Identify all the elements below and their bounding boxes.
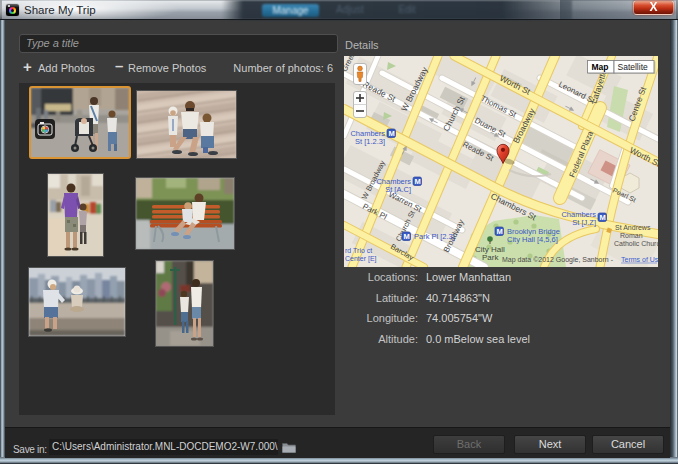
svg-text:Roman: Roman (620, 232, 643, 239)
svg-text:M: M (388, 129, 394, 138)
svg-text:Center [E]: Center [E] (345, 255, 377, 263)
svg-text:M: M (414, 177, 420, 186)
svg-text:M: M (599, 213, 605, 222)
svg-text:Catholic Churc: Catholic Churc (614, 240, 658, 247)
svg-text:Satellite: Satellite (618, 62, 649, 72)
svg-text:St Andrews: St Andrews (615, 224, 651, 231)
svg-text:Map: Map (592, 62, 609, 72)
svg-text:City Hall [4,5,6]: City Hall [4,5,6] (507, 235, 558, 244)
svg-text:St [J.Z]: St [J.Z] (572, 218, 596, 227)
svg-text:Terms of Use: Terms of Use (621, 256, 658, 263)
svg-text:Map data ©2012 Google, Sanborn: Map data ©2012 Google, Sanborn - (502, 256, 614, 264)
svg-text:rd Trio ct: rd Trio ct (345, 247, 372, 254)
svg-text:Park: Park (482, 253, 499, 262)
svg-text:Park Pl [2.3]: Park Pl [2.3] (414, 232, 455, 241)
svg-text:M: M (496, 227, 502, 236)
svg-text:St [1.2.3]: St [1.2.3] (355, 137, 385, 146)
svg-text:St [A.C]: St [A.C] (385, 185, 411, 194)
svg-text:M: M (403, 232, 409, 241)
